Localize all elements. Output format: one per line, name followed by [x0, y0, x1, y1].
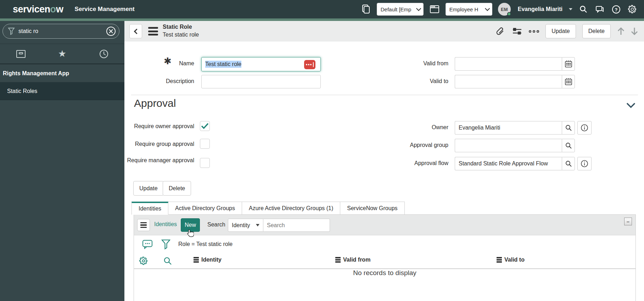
list-toolbar: Identities New Search Identity −: [134, 215, 635, 235]
product-name: Service Management: [75, 6, 135, 13]
all-applications-icon[interactable]: [14, 47, 28, 61]
approval-flow-field: [455, 157, 592, 170]
update-set-select[interactable]: Default [Emp: [377, 3, 424, 16]
chevron-down-icon: [416, 6, 421, 11]
favorites-star-icon[interactable]: ★: [55, 47, 69, 61]
user-menu-caret-icon[interactable]: [569, 8, 572, 10]
list-breadcrumb-row: Role = Test static role: [134, 235, 635, 253]
back-button[interactable]: [129, 24, 142, 38]
record-header-bar: Static Role Test static role Update Dele…: [124, 21, 644, 42]
approval-flow-lookup-icon[interactable]: [562, 157, 575, 170]
column-menu-icon[interactable]: [497, 257, 502, 263]
approval-section-heading: Approval: [134, 97, 176, 109]
approval-group-input[interactable]: [455, 139, 562, 152]
presence-indicator: [507, 12, 511, 16]
list-chat-icon[interactable]: [142, 239, 153, 249]
valid-to-field: [455, 75, 575, 88]
tab-active-directory-groups[interactable]: Active Directory Groups: [168, 202, 242, 215]
require-group-approval-checkbox[interactable]: [200, 139, 210, 149]
sidebar-section-header: Rights Management App: [0, 65, 124, 82]
application-scope-select[interactable]: Employee H: [446, 3, 492, 16]
logo-o-mark: o: [50, 4, 56, 15]
filter-input-value[interactable]: static ro: [18, 28, 106, 34]
servicenow-logo[interactable]: servicenow: [13, 4, 63, 15]
more-options-icon[interactable]: [529, 30, 539, 33]
header-accent-stripe: [0, 18, 644, 21]
clear-filter-icon[interactable]: [106, 26, 116, 37]
navigator-filter[interactable]: static ro: [2, 24, 119, 39]
owner-label: Owner: [377, 124, 448, 131]
sidebar-item-static-roles[interactable]: Static Roles: [0, 82, 124, 100]
form-context-menu-icon[interactable]: [147, 26, 159, 36]
search-column-select[interactable]: Identity: [228, 219, 263, 232]
update-button[interactable]: Update: [545, 24, 576, 38]
list-context-menu-icon[interactable]: [137, 219, 150, 231]
name-value-selected: Test static role: [205, 61, 241, 68]
collapse-section-chevron-icon[interactable]: [626, 102, 636, 109]
valid-from-input[interactable]: [455, 57, 562, 71]
list-header-row: Identity Valid from Valid to: [134, 253, 635, 269]
svg-text:?: ?: [615, 7, 617, 12]
valid-from-field: [455, 57, 575, 71]
column-menu-icon[interactable]: [194, 257, 199, 263]
list-column-search-icon[interactable]: [163, 256, 172, 266]
connect-chat-icon[interactable]: [594, 4, 605, 15]
require-manager-approval-checkbox[interactable]: [200, 158, 210, 168]
global-search-icon[interactable]: [578, 4, 589, 15]
previous-record-icon[interactable]: [617, 27, 625, 36]
owner-field: [455, 121, 592, 135]
approval-group-label: Approval group: [377, 142, 448, 148]
list-title-link[interactable]: Identities: [154, 221, 177, 228]
name-input[interactable]: Test static role: [201, 57, 321, 71]
approval-group-lookup-icon[interactable]: [562, 139, 575, 152]
delete-button[interactable]: Delete: [582, 24, 611, 38]
owner-lookup-icon[interactable]: [562, 121, 575, 135]
require-group-approval-label: Require group approval: [124, 141, 194, 147]
description-input[interactable]: [201, 75, 321, 88]
require-manager-approval-label: Require manager approval: [124, 156, 194, 165]
back-chevron-icon: [134, 28, 139, 34]
column-header-identity[interactable]: Identity: [194, 257, 222, 263]
list-filter-breadcrumb[interactable]: Role = Test static role: [178, 241, 233, 247]
name-label: Name: [124, 60, 194, 67]
form-delete-button[interactable]: Delete: [163, 181, 191, 196]
valid-to-calendar-icon[interactable]: [562, 75, 575, 88]
user-menu[interactable]: Evangelia Miariti: [518, 6, 562, 12]
collapse-list-icon[interactable]: −: [624, 218, 632, 225]
column-menu-icon[interactable]: [335, 257, 341, 263]
valid-to-input[interactable]: [455, 75, 562, 88]
history-clock-icon[interactable]: [97, 47, 111, 61]
approval-flow-input[interactable]: [455, 157, 562, 170]
personalize-form-sliders-icon[interactable]: [512, 26, 522, 37]
update-set-picker-icon[interactable]: [360, 4, 371, 15]
application-picker-icon[interactable]: [429, 4, 440, 15]
valid-from-calendar-icon[interactable]: [562, 57, 575, 71]
column-header-valid-from[interactable]: Valid from: [335, 257, 370, 263]
list-filter-funnel-icon[interactable]: [161, 239, 170, 250]
owner-info-icon[interactable]: [577, 121, 592, 135]
user-avatar[interactable]: EM: [498, 3, 511, 16]
settings-gear-icon[interactable]: [627, 4, 638, 15]
attachment-paperclip-icon[interactable]: [495, 26, 505, 37]
password-manager-icon[interactable]: [304, 60, 315, 69]
help-icon[interactable]: ?: [611, 4, 621, 15]
owner-input[interactable]: [455, 121, 562, 135]
form-update-button[interactable]: Update: [133, 181, 164, 196]
valid-from-label: Valid from: [377, 60, 448, 67]
column-header-valid-to[interactable]: Valid to: [497, 257, 525, 263]
list-search-label: Search: [207, 221, 225, 228]
tab-azure-active-directory-groups[interactable]: Azure Active Directory Groups (1): [242, 202, 340, 215]
mouse-cursor: [187, 229, 194, 237]
filter-funnel-icon: [8, 27, 15, 35]
select-arrow-icon: [256, 224, 259, 226]
require-owner-approval-label: Require owner approval: [124, 123, 194, 130]
require-owner-approval-checkbox[interactable]: [200, 121, 210, 131]
tab-servicenow-groups[interactable]: ServiceNow Groups: [340, 202, 404, 215]
list-personalize-gear-icon[interactable]: [139, 256, 148, 266]
list-search-input[interactable]: [263, 219, 330, 232]
approval-flow-info-icon[interactable]: [577, 157, 592, 170]
tab-identities[interactable]: Identities: [131, 202, 168, 215]
related-lists-tabbar: Identities Active Directory Groups Azure…: [131, 202, 405, 215]
sidebar-tab-bar: ★: [0, 44, 124, 64]
next-record-icon[interactable]: [631, 27, 638, 36]
